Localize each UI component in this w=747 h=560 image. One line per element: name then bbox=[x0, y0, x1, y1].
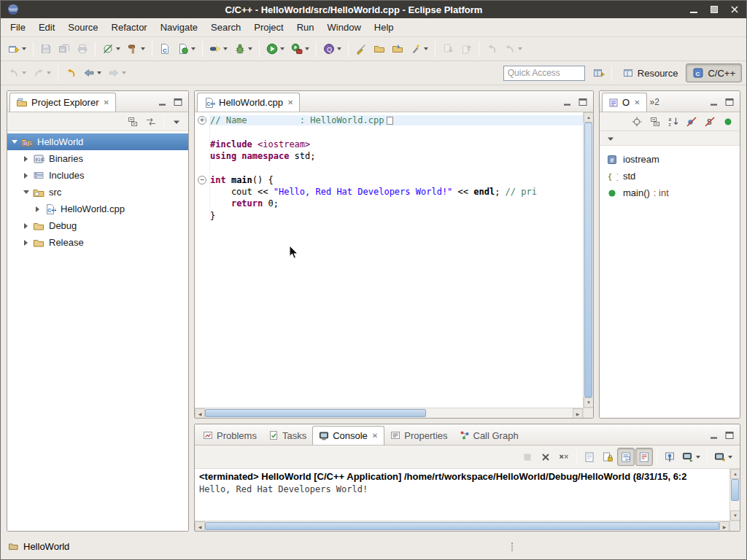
code-line[interactable] bbox=[195, 162, 583, 174]
maximize-view-button[interactable] bbox=[723, 428, 736, 443]
code-editor[interactable]: +// Name : HelloWorld.cpp#include <iostr… bbox=[195, 112, 593, 418]
new-cpp-source-file-button[interactable]: C bbox=[156, 40, 174, 58]
maximize-view-button[interactable] bbox=[576, 95, 589, 109]
view-menu-button[interactable] bbox=[602, 129, 619, 147]
scroll-down-button[interactable]: ▼ bbox=[730, 510, 740, 521]
fold-margin[interactable]: + bbox=[195, 114, 210, 126]
tree-item-binaries[interactable]: 0101Binaries bbox=[7, 150, 188, 167]
collapsed-region-marker[interactable] bbox=[387, 117, 393, 125]
toggle-mark-occurrences-button[interactable] bbox=[352, 40, 370, 58]
expand-arrow-icon[interactable] bbox=[22, 223, 30, 229]
collapse-arrow-icon[interactable] bbox=[10, 140, 18, 144]
status-splitter[interactable] bbox=[511, 542, 513, 551]
outline-item-std[interactable]: { }std bbox=[600, 168, 740, 184]
menu-run[interactable]: Run bbox=[290, 20, 321, 35]
link-with-editor-button[interactable] bbox=[142, 113, 160, 130]
fold-plus-icon[interactable]: + bbox=[198, 116, 206, 125]
pin-console-button[interactable] bbox=[661, 448, 678, 466]
tab-console[interactable]: Console✕ bbox=[312, 426, 384, 445]
scroll-up-button[interactable]: ▲ bbox=[730, 469, 740, 479]
close-icon[interactable]: ✕ bbox=[634, 98, 640, 106]
code-line[interactable]: } bbox=[195, 209, 583, 221]
window-menu-icon[interactable] bbox=[7, 4, 20, 15]
collapse-all-button[interactable] bbox=[124, 113, 142, 130]
code-line[interactable]: #include <iostream> bbox=[195, 139, 583, 150]
close-window-button[interactable] bbox=[729, 4, 740, 15]
close-icon[interactable]: ✕ bbox=[372, 432, 378, 440]
menu-project[interactable]: Project bbox=[247, 20, 290, 35]
sort-button[interactable]: az bbox=[665, 113, 682, 130]
hide-fields-button[interactable] bbox=[683, 113, 700, 130]
code-line[interactable] bbox=[195, 126, 583, 138]
display-selected-console-button[interactable] bbox=[679, 448, 703, 466]
run-button[interactable] bbox=[263, 40, 287, 58]
open-resource-button[interactable] bbox=[389, 40, 406, 58]
close-icon[interactable]: ✕ bbox=[287, 98, 293, 106]
outline-item-iostream[interactable]: #iostream bbox=[600, 151, 740, 168]
fold-margin[interactable] bbox=[195, 186, 210, 198]
menu-help[interactable]: Help bbox=[368, 20, 400, 35]
scrollbar-thumb[interactable] bbox=[731, 479, 739, 501]
minimize-view-button[interactable] bbox=[561, 95, 574, 109]
debug-button[interactable] bbox=[231, 40, 255, 58]
code-line[interactable]: +// Name : HelloWorld.cpp bbox=[195, 114, 583, 126]
tree-item-src[interactable]: src bbox=[7, 184, 188, 201]
back-button[interactable] bbox=[80, 64, 104, 82]
minimize-window-button[interactable] bbox=[688, 4, 700, 15]
menu-file[interactable]: File bbox=[4, 20, 32, 35]
tab-call-graph[interactable]: Call Graph bbox=[454, 426, 525, 445]
scroll-right-button[interactable]: ▶ bbox=[719, 521, 729, 531]
tab-helloworld-cpp[interactable]: C++ HelloWorld.cpp ✕ bbox=[197, 93, 300, 112]
fold-margin[interactable] bbox=[195, 162, 210, 174]
console-vertical-scrollbar[interactable]: ▲ ▼ bbox=[729, 469, 740, 521]
scroll-left-button[interactable]: ◀ bbox=[195, 521, 205, 531]
remove-all-launches-button[interactable] bbox=[555, 448, 573, 466]
focus-button[interactable] bbox=[628, 113, 646, 130]
minimize-view-button[interactable] bbox=[708, 95, 721, 109]
menu-navigate[interactable]: Navigate bbox=[154, 20, 204, 35]
scroll-up-button[interactable]: ▲ bbox=[584, 112, 594, 122]
code-line[interactable]: using namespace std; bbox=[195, 150, 583, 162]
close-icon[interactable]: ✕ bbox=[103, 98, 109, 106]
collapse-arrow-icon[interactable] bbox=[22, 190, 30, 194]
tab-problems[interactable]: Problems bbox=[197, 426, 263, 445]
console-horizontal-scrollbar[interactable]: ◀ ▶ bbox=[195, 521, 729, 531]
code-line[interactable]: cout << "Hello, Red Hat Developers World… bbox=[195, 186, 583, 198]
fold-margin[interactable] bbox=[195, 139, 210, 150]
tab-project-explorer[interactable]: Project Explorer ✕ bbox=[9, 93, 116, 112]
outline-item-main[interactable]: main() : int bbox=[600, 184, 740, 201]
scroll-down-button[interactable]: ▼ bbox=[584, 397, 594, 408]
skip-all-breakpoints-button[interactable] bbox=[99, 40, 123, 58]
maximize-view-button[interactable] bbox=[171, 95, 185, 109]
hide-non-public-members-button[interactable] bbox=[719, 113, 737, 130]
search-menu-button[interactable] bbox=[407, 40, 431, 58]
new-cpp-class-button[interactable] bbox=[174, 40, 198, 58]
menu-refactor[interactable]: Refactor bbox=[105, 20, 154, 35]
collapse-all-button[interactable] bbox=[646, 113, 664, 130]
expand-arrow-icon[interactable] bbox=[34, 206, 42, 212]
tab-outline[interactable]: O ✕ bbox=[602, 93, 647, 112]
scroll-lock-button[interactable] bbox=[599, 448, 616, 466]
fold-margin[interactable] bbox=[195, 126, 210, 138]
fold-margin[interactable]: − bbox=[195, 174, 210, 185]
quick-access-input[interactable] bbox=[503, 66, 585, 81]
fold-margin[interactable] bbox=[195, 198, 210, 209]
code-line[interactable]: −int main() { bbox=[195, 174, 583, 185]
minimize-view-button[interactable] bbox=[708, 428, 721, 443]
open-type-button[interactable] bbox=[371, 40, 388, 58]
tab-properties[interactable]: Properties bbox=[384, 426, 453, 445]
profile-button[interactable]: Q bbox=[320, 40, 344, 58]
tree-item-helloworld[interactable]: CHelloWorld bbox=[7, 133, 188, 150]
word-wrap-button[interactable] bbox=[617, 448, 635, 466]
expand-arrow-icon[interactable] bbox=[22, 240, 30, 246]
editor-vertical-scrollbar[interactable]: ▲ ▼ bbox=[583, 112, 593, 408]
fold-margin[interactable] bbox=[195, 209, 210, 221]
external-tools-button[interactable] bbox=[288, 40, 312, 58]
menu-source[interactable]: Source bbox=[61, 20, 104, 35]
scroll-right-button[interactable]: ▶ bbox=[573, 408, 583, 419]
menu-window[interactable]: Window bbox=[321, 20, 368, 35]
menu-edit[interactable]: Edit bbox=[32, 20, 61, 35]
tree-item-helloworld-cpp[interactable]: C++HelloWorld.cpp bbox=[7, 201, 188, 217]
hide-static-members-button[interactable]: S bbox=[701, 113, 719, 130]
fold-margin[interactable] bbox=[195, 150, 210, 162]
